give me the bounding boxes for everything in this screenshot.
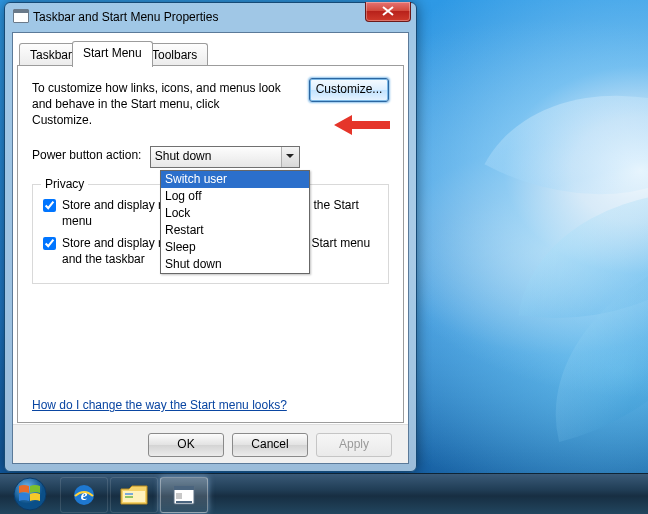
power-option-lock[interactable]: Lock bbox=[161, 205, 309, 222]
apply-button: Apply bbox=[316, 433, 392, 457]
combo-chevron-down-icon[interactable] bbox=[281, 147, 299, 167]
desktop: Taskbar and Start Menu Properties Taskba… bbox=[0, 0, 648, 514]
customize-button[interactable]: Customize... bbox=[309, 78, 389, 102]
cancel-button[interactable]: Cancel bbox=[232, 433, 308, 457]
ie-icon: e bbox=[71, 482, 97, 508]
ok-button[interactable]: OK bbox=[148, 433, 224, 457]
start-button[interactable] bbox=[6, 476, 54, 512]
power-label: Power button action: bbox=[32, 146, 141, 162]
tab-start-menu[interactable]: Start Menu bbox=[72, 41, 153, 67]
window-title: Taskbar and Start Menu Properties bbox=[33, 10, 218, 24]
power-selected-value: Shut down bbox=[155, 149, 212, 163]
annotation-arrow-icon bbox=[334, 112, 392, 138]
power-option-sleep[interactable]: Sleep bbox=[161, 239, 309, 256]
close-icon bbox=[366, 2, 410, 20]
privacy-check-programs-box[interactable] bbox=[43, 199, 56, 212]
windows-logo-icon bbox=[6, 476, 54, 512]
svg-rect-6 bbox=[125, 496, 133, 498]
tab-strip: Taskbar Start Menu Toolbars bbox=[13, 33, 408, 67]
svg-rect-10 bbox=[176, 493, 182, 499]
folder-icon bbox=[120, 484, 148, 506]
taskbar[interactable]: e bbox=[0, 473, 648, 514]
power-option-shut-down[interactable]: Shut down bbox=[161, 256, 309, 273]
power-option-log-off[interactable]: Log off bbox=[161, 188, 309, 205]
power-option-switch-user[interactable]: Switch user bbox=[161, 171, 309, 188]
taskbar-properties-task[interactable] bbox=[160, 477, 208, 513]
svg-rect-5 bbox=[125, 493, 133, 495]
privacy-legend: Privacy bbox=[41, 177, 88, 191]
svg-text:e: e bbox=[81, 487, 88, 503]
svg-marker-0 bbox=[334, 115, 390, 135]
taskbar-ie[interactable]: e bbox=[60, 477, 108, 513]
power-dropdown-list[interactable]: Switch user Log off Lock Restart Sleep S… bbox=[160, 170, 310, 274]
client-area: Taskbar Start Menu Toolbars To customize… bbox=[12, 32, 409, 464]
titlebar[interactable]: Taskbar and Start Menu Properties bbox=[5, 3, 416, 31]
dialog-buttons: OK Cancel Apply bbox=[13, 424, 408, 463]
properties-window: Taskbar and Start Menu Properties Taskba… bbox=[4, 2, 417, 472]
power-option-restart[interactable]: Restart bbox=[161, 222, 309, 239]
wallpaper-glare bbox=[398, 90, 648, 390]
customize-description: To customize how links, icons, and menus… bbox=[32, 80, 282, 128]
svg-rect-9 bbox=[176, 501, 192, 503]
window-icon bbox=[13, 9, 29, 23]
help-link[interactable]: How do I change the way the Start menu l… bbox=[32, 398, 287, 412]
privacy-check-items-box[interactable] bbox=[43, 237, 56, 250]
close-button[interactable] bbox=[365, 2, 411, 22]
power-combobox[interactable]: Shut down bbox=[150, 146, 300, 168]
properties-task-icon bbox=[172, 483, 196, 507]
svg-rect-8 bbox=[174, 486, 194, 490]
power-row: Power button action: Shut down bbox=[32, 146, 389, 168]
taskbar-file-explorer[interactable] bbox=[110, 477, 158, 513]
